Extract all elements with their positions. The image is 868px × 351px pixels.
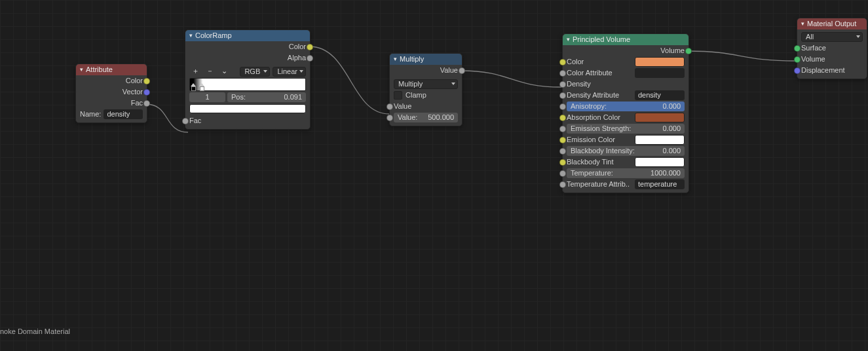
socket-input[interactable] (559, 70, 566, 77)
label: Density (567, 79, 591, 90)
ramp-gradient[interactable] (185, 77, 310, 92)
pv-input-3: Density Attributedensity (563, 90, 689, 101)
stop-fields: 1 Pos: 0.091 (185, 92, 310, 103)
material-name-label: noke Domain Material (0, 327, 70, 335)
stop-index[interactable]: 1 (189, 92, 225, 102)
value2-field[interactable]: Value: 500.000 (394, 113, 458, 122)
socket-input[interactable] (559, 103, 566, 110)
socket-input[interactable] (559, 170, 566, 177)
socket-output-value[interactable] (459, 67, 465, 74)
num-field[interactable]: Temperature:1000.000 (567, 168, 685, 178)
socket-input[interactable] (559, 115, 566, 121)
socket-output-color[interactable] (143, 78, 150, 84)
ramp-stop-0[interactable] (191, 83, 197, 91)
socket-input-surface[interactable] (794, 45, 801, 52)
pv-input-6: Emission Strength:0.000 (563, 123, 689, 134)
pos-label: Pos: (227, 92, 250, 102)
input-fac: Fac (185, 115, 310, 129)
color-swatch[interactable] (635, 113, 685, 122)
pv-input-10: Temperature:1000.000 (563, 168, 689, 179)
output-alpha: Alpha (185, 52, 310, 64)
label: Color (567, 56, 635, 67)
value2-value: 500.000 (424, 113, 458, 122)
label: Absorption Color (567, 112, 635, 123)
text-input[interactable]: temperature (635, 179, 685, 189)
node-colorramp[interactable]: ▾ ColorRamp Color Alpha ＋ － ⌄ RGB Linear… (185, 29, 311, 130)
attribute-name-row: Name: density (76, 109, 147, 122)
socket-input-value-1[interactable] (387, 103, 393, 110)
stop-menu-button[interactable]: ⌄ (218, 67, 230, 77)
color-swatch[interactable] (635, 157, 685, 167)
stop-color-swatch[interactable] (189, 104, 306, 113)
clamp-label: Clamp (406, 90, 426, 101)
socket-input[interactable] (559, 81, 566, 88)
node-title: ColorRamp (195, 30, 232, 41)
output-fac: Fac (76, 98, 147, 109)
socket-input-displacement[interactable] (794, 67, 801, 74)
socket-output-alpha[interactable] (307, 55, 313, 62)
socket-output-color[interactable] (307, 44, 313, 50)
socket-input-volume[interactable] (794, 56, 801, 63)
pv-input-1: Color Attribute (563, 67, 689, 79)
socket-input[interactable] (559, 181, 566, 188)
socket-input[interactable] (559, 59, 566, 65)
node-title: Attribute (86, 64, 113, 75)
socket-output-fac[interactable] (143, 100, 150, 107)
collapse-icon[interactable]: ▾ (189, 30, 193, 41)
node-header[interactable]: ▾ Attribute (76, 64, 147, 75)
input-value-1: Value (390, 101, 462, 112)
node-multiply[interactable]: ▾ Multiply Value Multiply Clamp Value Va… (389, 53, 462, 126)
add-stop-button[interactable]: ＋ (189, 67, 201, 77)
collapse-icon[interactable]: ▾ (801, 18, 804, 29)
node-header[interactable]: ▾ Material Output (797, 18, 867, 29)
label: Blackbody Tint (567, 157, 635, 168)
pv-input-9: Blackbody Tint (563, 157, 689, 168)
color-swatch[interactable] (635, 135, 685, 145)
socket-input[interactable] (559, 92, 566, 99)
num-field[interactable]: Blackbody Intensity:0.000 (567, 146, 685, 156)
pv-input-4: Anisotropy:0.000 (563, 101, 689, 112)
input-volume: Volume (797, 54, 867, 65)
input-value-2: Value: 500.000 (390, 112, 462, 126)
socket-input[interactable] (559, 126, 566, 132)
node-title: Principled Volume (573, 34, 630, 45)
socket-input[interactable] (559, 137, 566, 143)
node-principled-volume[interactable]: ▾ Principled Volume Volume ColorColor At… (562, 33, 689, 193)
output-value: Value (390, 65, 462, 76)
clamp-row: Clamp (390, 90, 462, 101)
label: Emission Color (567, 134, 635, 145)
text-input[interactable]: density (635, 90, 685, 100)
remove-stop-button[interactable]: － (204, 67, 216, 77)
text-input[interactable] (635, 68, 685, 78)
stop-pos-field[interactable]: Pos: 0.091 (227, 92, 306, 102)
num-field[interactable]: Anisotropy:0.000 (567, 102, 685, 111)
pv-input-11: Temperature Attrib..temperature (563, 179, 689, 190)
target-select[interactable]: All (801, 32, 863, 42)
socket-input-value-2[interactable] (387, 115, 393, 121)
socket-input[interactable] (559, 159, 566, 166)
label: Density Attribute (567, 90, 635, 101)
node-material-output[interactable]: ▾ Material Output All Surface Volume Dis… (797, 18, 867, 79)
op-row: Multiply (390, 76, 462, 90)
color-mode-select[interactable]: RGB (240, 67, 270, 77)
node-attribute[interactable]: ▾ Attribute Color Vector Fac Name: densi… (75, 64, 147, 123)
attribute-name-input[interactable]: density (104, 109, 143, 119)
math-op-select[interactable]: Multiply (394, 79, 458, 89)
socket-output-volume[interactable] (685, 48, 692, 54)
node-header[interactable]: ▾ ColorRamp (185, 30, 310, 41)
socket-input-fac[interactable] (182, 118, 189, 124)
socket-output-vector[interactable] (143, 89, 150, 96)
color-swatch[interactable] (635, 57, 685, 67)
collapse-icon[interactable]: ▾ (394, 54, 397, 65)
clamp-checkbox[interactable] (394, 91, 402, 100)
collapse-icon[interactable]: ▾ (80, 64, 83, 75)
interp-select[interactable]: Linear (273, 67, 306, 77)
node-header[interactable]: ▾ Principled Volume (563, 34, 689, 45)
socket-input[interactable] (559, 148, 566, 155)
ramp-stop-1[interactable] (199, 83, 205, 91)
label: Color Attribute (567, 67, 635, 79)
collapse-icon[interactable]: ▾ (567, 34, 570, 45)
num-field[interactable]: Emission Strength:0.000 (567, 124, 685, 134)
target-row: All (797, 29, 867, 43)
node-header[interactable]: ▾ Multiply (390, 54, 462, 65)
